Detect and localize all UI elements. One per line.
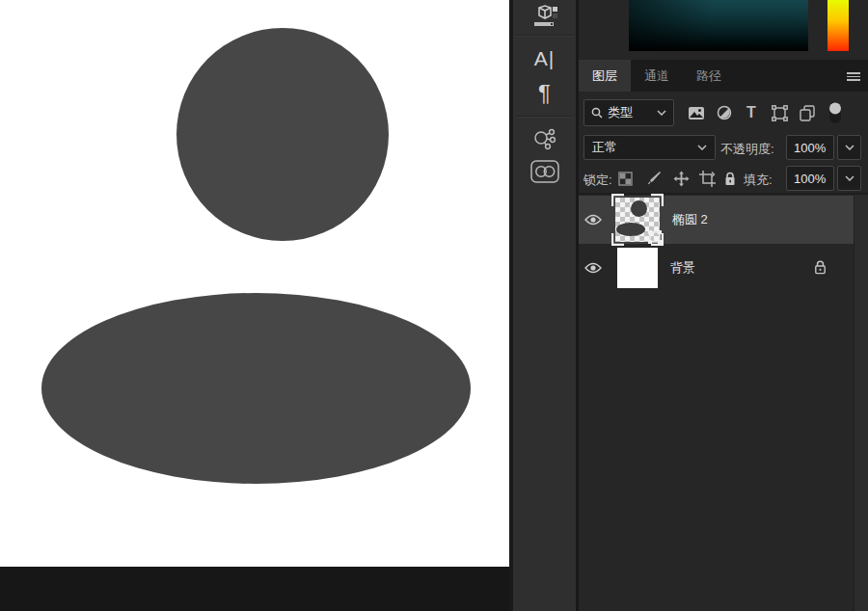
layer-row-ellipse2[interactable]: 椭圆 2 (579, 196, 854, 244)
layer-thumbnail-ellipse2[interactable] (615, 198, 660, 242)
opacity-value-field[interactable]: 100% (786, 135, 834, 160)
paragraph-panel-icon[interactable]: ¶ (513, 77, 576, 110)
paragraph-panel-glyph: ¶ (538, 80, 551, 107)
layer-filter-row: 类型 T (579, 99, 868, 127)
dock-separator (515, 35, 574, 36)
dock-separator (515, 116, 574, 117)
text-filter-glyph: T (746, 104, 756, 121)
background-lock-icon (814, 260, 827, 275)
fill-value: 100% (794, 172, 826, 186)
adjustment-layer-filter-icon[interactable] (714, 102, 735, 123)
character-panel-glyph: A| (534, 47, 555, 70)
pasteboard (0, 567, 509, 611)
layer-filter-toggle[interactable] (827, 102, 844, 123)
filter-type-dropdown[interactable]: 类型 (583, 99, 674, 126)
tab-channels-label: 通道 (644, 67, 669, 85)
smart-object-filter-icon[interactable] (797, 102, 818, 123)
layer-thumbnail-background[interactable] (617, 248, 658, 288)
fill-label: 填充: (744, 172, 773, 189)
layer-row-background[interactable]: 背景 (579, 244, 854, 292)
opacity-dropdown-button[interactable] (837, 135, 861, 160)
node-graph-panel-icon[interactable] (513, 124, 576, 153)
blend-mode-value: 正常 (592, 139, 697, 156)
tab-layers-label: 图层 (592, 67, 617, 85)
color-spectrum-slider[interactable] (827, 0, 849, 51)
lock-fill-row: 锁定: 填充: 100% (579, 166, 868, 192)
chevron-down-icon (845, 145, 854, 150)
lock-position-icon[interactable] (671, 169, 691, 188)
lock-transparent-pixels-icon[interactable] (615, 169, 635, 188)
silhouette-body-shape (41, 293, 471, 484)
blend-opacity-row: 正常 不透明度: 100% (579, 135, 868, 161)
color-picker-field[interactable] (629, 0, 808, 51)
fill-dropdown-button[interactable] (837, 166, 861, 191)
opacity-label: 不透明度: (720, 141, 774, 158)
blend-mode-select[interactable]: 正常 (583, 135, 716, 160)
shape-layer-filter-icon[interactable] (769, 102, 790, 123)
pixel-layer-filter-icon[interactable] (686, 102, 707, 123)
search-icon (591, 107, 603, 119)
text-layer-filter-icon[interactable]: T (741, 102, 762, 123)
layer-name: 椭圆 2 (672, 211, 708, 228)
layer-name: 背景 (670, 259, 695, 277)
chevron-down-icon (697, 145, 707, 150)
layers-panel-group: 图层 通道 路径 类型 T (579, 0, 868, 611)
panel-menu-icon[interactable] (847, 72, 860, 80)
panel-tab-bar: 图层 通道 路径 (579, 60, 868, 92)
tab-channels[interactable]: 通道 (631, 60, 683, 92)
character-panel-icon[interactable]: A| (513, 44, 576, 73)
chevron-down-icon (845, 175, 854, 181)
layers-scrollbar-track[interactable] (854, 195, 868, 611)
tab-paths[interactable]: 路径 (683, 60, 735, 92)
lock-image-pixels-icon[interactable] (644, 169, 664, 188)
panel-icon-dock: A| ¶ (513, 0, 576, 611)
chevron-down-icon (657, 110, 666, 116)
opacity-value: 100% (794, 141, 826, 155)
visibility-toggle-eye-icon[interactable] (579, 214, 608, 226)
lock-all-icon[interactable] (720, 169, 740, 188)
fill-value-field[interactable]: 100% (786, 166, 834, 191)
document-canvas[interactable] (0, 0, 509, 567)
creative-cloud-icon[interactable] (513, 156, 576, 187)
tab-paths-label: 路径 (696, 67, 721, 85)
filter-type-label: 类型 (608, 104, 652, 121)
lock-artboard-nesting-icon[interactable] (697, 169, 717, 188)
lock-label: 锁定: (583, 172, 612, 189)
3d-panel-icon[interactable] (513, 2, 576, 33)
silhouette-head-shape (176, 28, 389, 241)
tab-layers[interactable]: 图层 (579, 60, 631, 92)
visibility-toggle-eye-icon[interactable] (579, 262, 608, 274)
